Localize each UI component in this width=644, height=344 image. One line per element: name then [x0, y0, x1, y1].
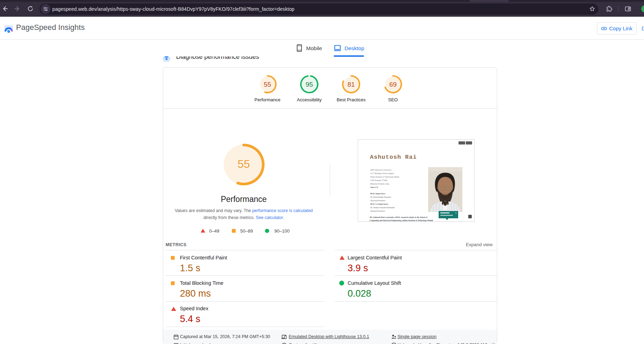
svg-text:69: 69 — [389, 81, 396, 88]
svg-text:95: 95 — [305, 81, 313, 88]
svg-text:55: 55 — [237, 158, 250, 170]
svg-text:81: 81 — [347, 81, 355, 88]
svg-text:55: 55 — [264, 81, 271, 88]
